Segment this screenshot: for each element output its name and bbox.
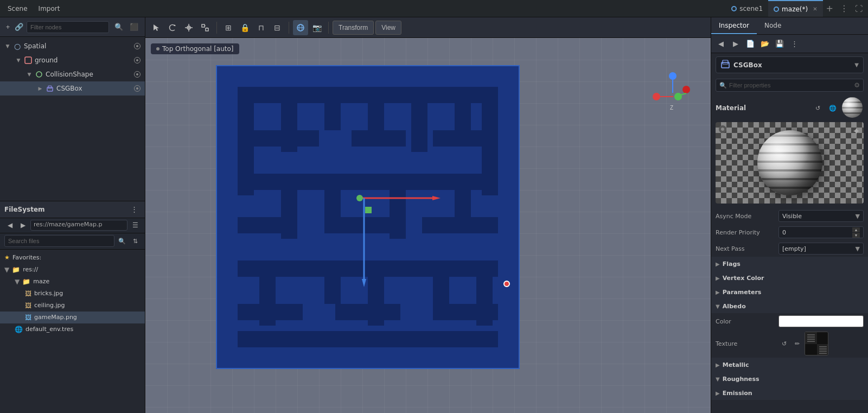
collision-node-icon [35,70,43,79]
section-vertex-color[interactable]: ▶ Vertex Color [711,271,868,285]
inspector-forward-button[interactable]: ▶ [729,37,742,50]
fs-forward-button[interactable]: ▶ [17,220,28,231]
select-mode-button[interactable] [149,20,164,35]
prop-row-texture: Texture ↺ ✏ [711,329,868,358]
material-type-button[interactable]: 🌐 [827,102,839,114]
link-button[interactable]: 🔗 [15,21,23,34]
tab-node[interactable]: Node [757,17,789,34]
filter-nodes-input[interactable] [27,21,109,33]
lock-button[interactable]: 🔒 [237,20,252,35]
transform-center-handle[interactable] [356,195,363,201]
async-mode-dropdown[interactable]: Visible ▼ [778,210,864,222]
tree-item-ground[interactable]: ▼ ground [0,53,145,67]
tab-scene-label: Scene [8,5,28,12]
render-priority-down-button[interactable]: ▼ [852,233,860,238]
inspector-save-button[interactable]: 💾 [773,37,786,50]
expand-collision-icon[interactable]: ▼ [26,71,33,78]
fs-item-gamemap[interactable]: 🖼 gameMap.png [0,312,145,323]
render-priority-number[interactable]: 0 ▲ ▼ [778,226,864,238]
gizmo-y-axis[interactable] [669,72,676,80]
inspector-history-button[interactable]: 📄 [744,37,757,50]
grid-snap-button[interactable]: ⊞ [221,20,236,35]
scale-button[interactable] [197,20,213,35]
visibility-spatial-icon[interactable] [134,43,141,49]
albedo-label: Albedo [723,303,746,310]
camera-button[interactable]: 📷 [309,20,324,35]
preview-settings-icon[interactable]: ✦ [852,125,860,137]
section-parameters[interactable]: ▶ Parameters [711,285,868,299]
fs-item-res[interactable]: ▼ 📁 res:// [0,264,145,276]
transform-scale-handle[interactable] [365,207,372,213]
search-files-input[interactable] [4,235,114,247]
viewport-gizmo[interactable]: Z [651,71,694,114]
transform-button[interactable]: Transform [333,21,374,35]
viewport-canvas[interactable]: Top Orthogonal [auto] Z [145,38,711,413]
texture-edit-button[interactable]: ✏ [792,338,802,349]
gizmo-x-pos-axis[interactable] [682,86,690,93]
tab-scene1[interactable]: scene1 [726,0,768,17]
fs-sort-icon[interactable]: ⇅ [130,236,141,246]
inspector-menu-button[interactable]: ⋮ [788,37,801,50]
tree-item-csgbox[interactable]: ▶ CSGBox [0,81,145,96]
gizmo-x-neg-axis[interactable] [653,93,660,100]
fs-search-icon[interactable]: 🔍 [117,236,127,246]
tab-node-label: Node [764,22,781,29]
tree-item-collision[interactable]: ▼ CollisionShape [0,67,145,81]
texture-preview[interactable] [805,332,828,355]
fs-back-button[interactable]: ◀ [4,220,15,231]
search-nodes-icon[interactable]: 🔍 [112,21,125,34]
inspector-open-button[interactable]: 📂 [758,37,771,50]
filesystem-menu-icon[interactable]: ⋮ [127,203,141,216]
section-flags[interactable]: ▶ Flags [711,257,868,271]
color-swatch[interactable] [778,315,864,327]
tab-menu-icon[interactable]: ⋮ [837,3,852,14]
align-button[interactable]: ⊟ [270,20,285,35]
folder-res-icon: 📁 [12,266,20,274]
filter-properties-input[interactable] [729,82,852,88]
tab-inspector[interactable]: Inspector [711,17,757,34]
add-node-button[interactable]: + [4,21,11,34]
visibility-collision-icon[interactable] [134,71,141,78]
tab-maze[interactable]: maze(*) ✕ [768,0,822,17]
expand-csgbox-icon[interactable]: ▶ [37,85,43,92]
group-button[interactable]: ⊓ [253,20,269,35]
filter-props-settings-icon[interactable]: ⚙ [854,81,860,89]
render-priority-up-button[interactable]: ▲ [852,227,860,232]
scene-settings-icon[interactable]: ⬛ [127,21,141,34]
tab-import[interactable]: Import [33,0,66,17]
next-pass-dropdown[interactable]: [empty] ▼ [778,243,864,255]
section-metallic[interactable]: ▶ Metallic [711,358,868,372]
material-reset-button[interactable]: ↺ [812,102,824,114]
rotate-button[interactable] [165,20,180,35]
texture-reset-button[interactable]: ↺ [778,338,789,349]
svg-rect-37 [324,217,390,233]
tab-close-icon[interactable]: ✕ [813,6,817,12]
render-priority-stepper[interactable]: ▲ ▼ [852,227,860,238]
fs-nav-path: res://maze/gameMap.p [30,220,127,231]
selection-handle-right[interactable] [503,281,510,287]
expand-ground-icon[interactable]: ▼ [15,57,22,63]
view-button[interactable]: View [375,21,401,35]
visibility-csgbox-icon[interactable] [134,85,141,92]
tab-add-button[interactable]: + [823,3,837,14]
fs-item-bricks[interactable]: 🖼 bricks.jpg [0,288,145,300]
expand-spatial-icon[interactable]: ▼ [4,43,11,49]
move-button[interactable] [181,20,196,35]
fullscreen-icon[interactable]: ⛶ [852,4,866,13]
section-albedo[interactable]: ▼ Albedo [711,299,868,313]
left-panel: + 🔗 🔍 ⬛ ▼ ○ Spatial ▼ [0,17,145,413]
section-roughness[interactable]: ▼ Roughness [711,372,868,386]
inspector-tabs: Inspector Node [711,17,868,35]
visibility-ground-icon[interactable] [134,57,141,63]
inspector-back-button[interactable]: ◀ [714,37,727,50]
fs-layout-button[interactable]: ☰ [130,220,141,231]
svg-rect-24 [324,87,341,130]
fs-item-default-env[interactable]: 🌐 default_env.tres [0,323,145,335]
3d-view-button[interactable] [293,20,308,35]
fs-item-ceiling[interactable]: 🖼 ceiling.jpg [0,300,145,312]
node-selector[interactable]: CSGBox ▼ [716,56,864,73]
tree-item-spatial[interactable]: ▼ ○ Spatial [0,39,145,53]
tab-scene[interactable]: Scene [2,0,33,17]
fs-item-maze[interactable]: ▼ 📁 maze [0,276,145,288]
section-emission[interactable]: ▶ Emission [711,386,868,400]
